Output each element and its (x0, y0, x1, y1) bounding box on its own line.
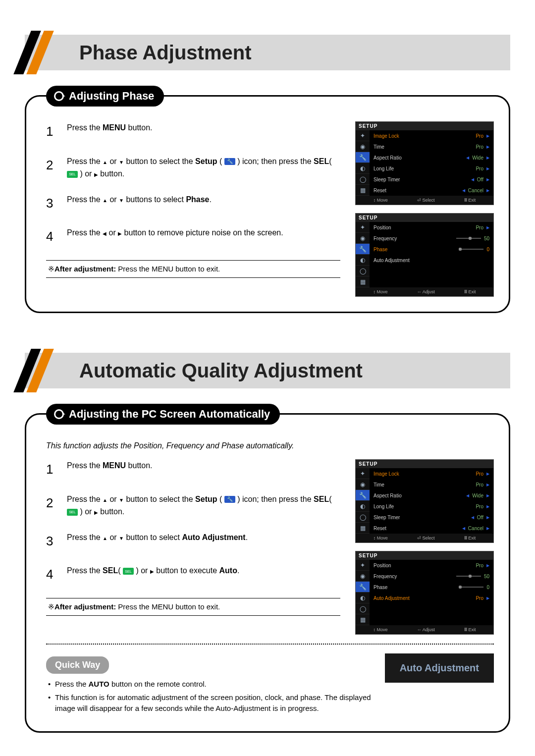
t: Frequency (374, 574, 397, 579)
step-1-4: 4 Press the ◀ or ▶ button to remove pict… (46, 226, 340, 247)
t: ( (118, 566, 123, 575)
t: ※ (48, 602, 54, 611)
t: Press the (67, 461, 103, 470)
osd-title: SETUP (356, 551, 493, 560)
t: Ⅲ Exit (464, 536, 476, 540)
t: Pro (476, 225, 483, 230)
osd-phase-menu-1: SETUP ✦◉🔧◐◯▦ PositionPro▶ Frequency50 Ph… (355, 213, 494, 297)
t: Long Life (374, 504, 394, 509)
t: button on the remote control. (109, 680, 207, 688)
t: MENU (103, 461, 126, 470)
t: Sleep Timer (374, 515, 400, 520)
up-icon: ▲ (103, 498, 107, 503)
osd-setup-menu-2: SETUP ✦◉🔧◐◯▦ Image LockPro▶ TimePro▶ Asp… (355, 459, 494, 543)
t: SEL (314, 495, 329, 503)
t: or (107, 533, 119, 541)
t: Position (374, 225, 391, 230)
t: Press the (67, 123, 103, 132)
t: ↔ Adjust (417, 627, 435, 632)
osd-title: SETUP (356, 214, 493, 222)
t: AUTO (89, 680, 109, 688)
t: Phase (374, 585, 387, 590)
t: ↕ Move (374, 536, 388, 540)
t: 50 (484, 236, 489, 241)
t: 0 (486, 585, 489, 590)
t: ( (329, 495, 331, 503)
t: button. (98, 169, 124, 178)
t: ) icon; then press the (235, 157, 314, 165)
t: After adjustment: (54, 602, 116, 611)
t: ( (329, 157, 331, 165)
t: Long Life (374, 166, 394, 171)
osd-title: SETUP (356, 122, 493, 130)
intro-text: This function adjusts the Position, Freq… (46, 441, 494, 450)
t: SEL (314, 157, 329, 165)
t: Pro (476, 563, 483, 568)
t: Auto Adjustment (374, 595, 410, 601)
t: Press the (67, 228, 103, 237)
section-pill-2: Adjusting the PC Screen Automatically (46, 404, 280, 425)
osd-auto-menu-2: SETUP ✦◉🔧◐◯▦ PositionPro▶ Frequency50 Ph… (355, 551, 494, 635)
t: . (237, 566, 239, 575)
step-2-1: 1 Press the MENU button. (46, 459, 340, 480)
t: Pro (476, 133, 483, 139)
t: Aspect Ratio (374, 493, 402, 498)
note-1: ※After adjustment: Press the MENU button… (46, 260, 340, 278)
t: 50 (484, 574, 489, 579)
t: Auto Adjustment (374, 258, 410, 263)
right-icon: ▶ (94, 172, 98, 177)
t: Aspect Ratio (374, 155, 402, 161)
up-icon: ▲ (103, 198, 107, 203)
step-2-4: 4 Press the SEL( SEL ) or ▶ button to ex… (46, 564, 340, 585)
osd-setup-menu-1: SETUP ✦◉🔧◐◯▦ Image LockPro▶ TimePro▶ Asp… (355, 121, 494, 205)
up-icon: ▲ (103, 160, 107, 165)
t: Auto (219, 566, 237, 575)
t: button. (126, 123, 152, 132)
down-icon: ▼ (119, 536, 124, 541)
osd-title: SETUP (356, 460, 493, 468)
t: button to select the (124, 157, 195, 165)
t: Press the (67, 566, 103, 575)
t: ⏎ Select (417, 198, 435, 203)
t: ) icon; then press the (235, 495, 314, 503)
note-2: ※After adjustment: Press the MENU button… (46, 598, 340, 616)
down-icon: ▼ (119, 498, 124, 503)
t: Pro (476, 144, 483, 150)
section-box-1: Adjusting Phase 1 Press the MENU button.… (25, 95, 510, 313)
t: Reset (374, 526, 386, 531)
right-icon: ▶ (150, 569, 154, 574)
t: ⏎ Select (417, 536, 435, 540)
t: or (107, 157, 119, 165)
t: or (107, 228, 118, 237)
t: Pro (476, 471, 483, 477)
t: buttons to select (124, 195, 186, 204)
t: Position (374, 563, 391, 568)
t: Sleep Timer (374, 177, 400, 182)
t: Image Lock (374, 471, 399, 477)
t: Reset (374, 188, 386, 193)
down-icon: ▼ (119, 198, 124, 203)
step-2-2: 2 Press the ▲ or ▼ button to select the … (46, 493, 340, 518)
t: ↕ Move (374, 627, 388, 632)
header-title-1: Phase Adjustment (79, 42, 251, 64)
osd-side-icons: ✦◉🔧◐◯▦ (356, 468, 370, 534)
t: Time (374, 482, 384, 487)
t: Pro (476, 504, 483, 509)
t: Time (374, 144, 384, 150)
sel-icon: SEL (67, 171, 78, 178)
t: button to execute (154, 566, 219, 575)
quick-bullet-2: This function is for automatic adjustmen… (55, 692, 375, 714)
t: ) or (78, 169, 94, 178)
sel-icon: SEL (123, 568, 134, 575)
t: button. (98, 507, 124, 516)
setup-icon: 🔧 (224, 496, 235, 503)
sel-icon: SEL (67, 509, 78, 516)
cycle-icon (54, 409, 64, 419)
t: Setup (195, 495, 217, 503)
t: ※ (48, 265, 54, 273)
t: Pro (476, 595, 483, 601)
t: Phase (374, 247, 387, 252)
step-2-3: 3 Press the ▲ or ▼ button to select Auto… (46, 531, 340, 552)
t: or (107, 195, 119, 204)
t: Ⅲ Exit (464, 198, 476, 203)
